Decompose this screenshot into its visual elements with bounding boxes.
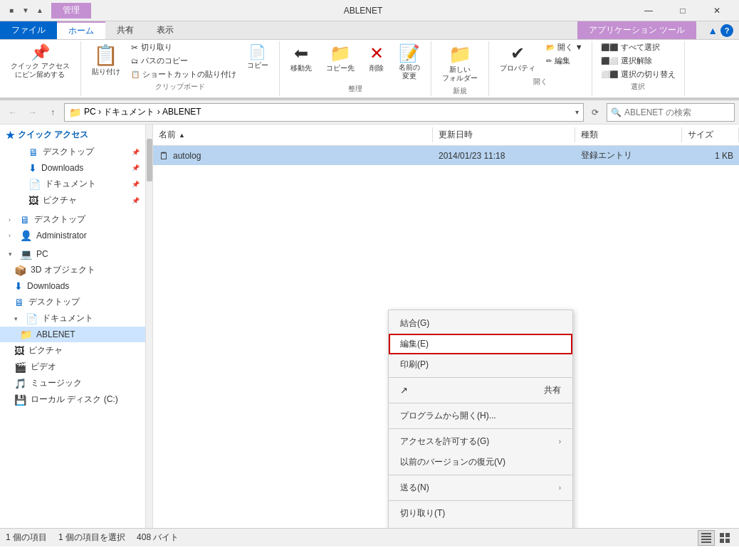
ctx-item-print[interactable]: 印刷(P) [389, 354, 572, 375]
col-header-name[interactable]: 名前 ▲ [153, 127, 433, 142]
sidebar-item-music[interactable]: 🎵 ミュージック [0, 375, 145, 391]
sidebar-item-documents-quick[interactable]: 📄 ドキュメント 📌 [0, 176, 145, 192]
3d-icon: 📦 [14, 265, 26, 276]
tab-view[interactable]: 表示 [145, 21, 185, 39]
svg-rect-4 [720, 533, 724, 537]
invert-button[interactable]: ⬜⬛ 選択の切り替え [598, 68, 678, 80]
sidebar-item-pc[interactable]: ▾ 💻 PC [0, 246, 145, 262]
maximize-button[interactable]: □ [666, 0, 699, 21]
rename-button[interactable]: 📝 名前の変更 [394, 41, 425, 83]
administrator-label: Administrator [36, 231, 87, 241]
ribbon-help-icon[interactable]: ▲ [708, 25, 718, 36]
file-name: autolog [173, 151, 201, 161]
new-folder-button[interactable]: 📁 新しいフォルダー [437, 41, 483, 85]
ctx-item-cut[interactable]: 切り取り(T) [389, 503, 572, 524]
sidebar-item-3d[interactable]: 📦 3D オブジェクト [0, 262, 145, 278]
tab-file[interactable]: ファイル [0, 21, 57, 39]
details-view-button[interactable] [698, 530, 715, 546]
sort-arrow: ▲ [179, 132, 185, 139]
sidebar-item-pictures-quick[interactable]: 🖼 ピクチャ 📌 [0, 192, 145, 208]
open-ribbon-button[interactable]: 📂 開く ▼ [543, 41, 586, 53]
ctx-item-restore[interactable]: 以前のバージョンの復元(V) [389, 452, 572, 472]
disk-icon: 💾 [14, 394, 26, 406]
quick-access-header[interactable]: ★ クイック アクセス [0, 126, 145, 144]
folder-icon-addr: 📁 [69, 107, 81, 118]
sidebar-item-administrator[interactable]: › 👤 Administrator [0, 228, 145, 243]
ctx-item-send[interactable]: 送る(N) › [389, 477, 572, 498]
ctx-edit-label: 編集(E) [400, 338, 429, 350]
ctx-item-share[interactable]: ↗ 共有 [389, 380, 572, 401]
sidebar: ★ クイック アクセス 🖥 デスクトップ 📌 ⬇ Downloads 📌 [0, 125, 153, 528]
app-tab-manage[interactable]: 管理 [51, 3, 91, 19]
sidebar-scrollbar[interactable] [145, 125, 152, 528]
ribbon-tabs-row: ファイル ホーム 共有 表示 アプリケーション ツール ▲ ? [0, 21, 739, 40]
desktop-pc-icon: 🖥 [14, 297, 24, 308]
quick-access-section: ★ クイック アクセス 🖥 デスクトップ 📌 ⬇ Downloads 📌 [0, 125, 145, 210]
search-input[interactable] [607, 103, 735, 122]
sidebar-item-downloads-pc[interactable]: ⬇ Downloads [0, 278, 145, 294]
ribbon-group-new: 📁 新しいフォルダー 新規 [431, 41, 489, 96]
ctx-share-label: 共有 [544, 384, 561, 396]
copy-button[interactable]: 📄 コピー [242, 41, 273, 73]
sidebar-item-video[interactable]: 🎬 ビデオ [0, 359, 145, 375]
properties-button[interactable]: ✔ プロパティ [495, 41, 540, 75]
move-to-button[interactable]: ⬅ 移動先 [285, 41, 317, 75]
close-button[interactable]: ✕ [701, 0, 733, 21]
table-row[interactable]: 🗒 autolog 2014/01/23 11:18 登録エントリ 1 KB [153, 146, 739, 165]
ctx-item-edit[interactable]: 編集(E) [389, 334, 572, 354]
minimize-button[interactable]: — [632, 0, 665, 21]
refresh-button[interactable]: ⟳ [587, 104, 604, 121]
sidebar-item-pictures-pc[interactable]: 🖼 ピクチャ [0, 342, 145, 359]
sidebar-scrollbar-thumb[interactable] [147, 139, 152, 181]
up-button[interactable]: ↑ [44, 104, 61, 121]
pin-arrow-2: 📌 [132, 164, 140, 171]
col-header-type[interactable]: 種類 [575, 127, 682, 142]
sidebar-item-desktop-main[interactable]: › 🖥 デスクトップ [0, 211, 145, 228]
ctx-item-access[interactable]: アクセスを許可する(G) › [389, 431, 572, 452]
video-icon: 🎬 [14, 361, 26, 373]
forward-button[interactable]: → [24, 104, 41, 121]
edit-ribbon-button[interactable]: ✏ 編集 [543, 55, 586, 67]
tab-share[interactable]: 共有 [105, 21, 145, 39]
cut-button[interactable]: ✂ 切り取り [128, 41, 239, 53]
copy-to-button[interactable]: 📁 コピー先 [321, 41, 360, 75]
sidebar-item-desktop-pc[interactable]: 🖥 デスクトップ [0, 294, 145, 310]
copy-path-button[interactable]: 🗂 パスのコピー [128, 55, 239, 67]
paste-shortcut-button[interactable]: 📋 ショートカットの貼り付け [128, 68, 239, 80]
sidebar-item-local-disk[interactable]: 💾 ローカル ディスク (C:) [0, 391, 145, 408]
select-all-button[interactable]: ⬛⬛ すべて選択 [598, 41, 678, 53]
back-button[interactable]: ← [4, 104, 21, 121]
sidebar-item-downloads-quick[interactable]: ⬇ Downloads 📌 [0, 160, 145, 176]
delete-button[interactable]: ✕ 削除 [364, 41, 389, 75]
file-date-cell: 2014/01/23 11:18 [433, 149, 575, 162]
ctx-item-copy[interactable]: コピー(C) [389, 524, 572, 528]
sidebar-item-desktop-quick[interactable]: 🖥 デスクトップ 📌 [0, 144, 145, 160]
downloads-icon: ⬇ [28, 162, 37, 174]
col-header-size[interactable]: サイズ [682, 127, 739, 142]
documents-quick-label: ドキュメント [45, 178, 96, 190]
desktop-pc-label: デスクトップ [28, 296, 80, 308]
deselect-button[interactable]: ⬛⬜ 選択解除 [598, 55, 678, 67]
search-wrapper: 🔍 [607, 103, 735, 122]
ctx-access-arrow: › [559, 438, 561, 445]
tab-app-tools[interactable]: アプリケーション ツール [577, 21, 696, 39]
file-icon: 🗒 [159, 150, 169, 162]
ctx-item-merge[interactable]: 結合(G) [389, 313, 572, 334]
address-dropdown-arrow[interactable]: ▾ [575, 108, 579, 116]
ribbon-group-organize: ⬅ 移動先 📁 コピー先 ✕ 削除 📝 名前の変更 整理 [280, 41, 431, 96]
ctx-separator-5 [389, 500, 572, 501]
sidebar-item-ablenet[interactable]: 📁 ABLENET [0, 327, 145, 342]
sidebar-item-documents-pc[interactable]: ▾ 📄 ドキュメント [0, 310, 145, 327]
tab-home[interactable]: ホーム [57, 21, 105, 39]
col-header-date[interactable]: 更新日時 [433, 127, 575, 142]
paste-button[interactable]: 📋 貼り付け [87, 41, 125, 79]
select-label: 選択 [631, 82, 645, 92]
expand-admin: › [9, 232, 16, 239]
ctx-item-open-with[interactable]: プログラムから開く(H)... [389, 406, 572, 426]
large-icons-view-button[interactable] [716, 530, 733, 546]
ribbon-question-icon[interactable]: ? [720, 24, 733, 37]
pc-icon: 💻 [20, 248, 32, 260]
new-label: 新規 [453, 86, 467, 96]
quick-access-pin-button[interactable]: 📌 クイック アクセスにピン留めする [6, 41, 75, 81]
address-input[interactable]: 📁 PC › ドキュメント › ABLENET ▾ [64, 103, 584, 122]
